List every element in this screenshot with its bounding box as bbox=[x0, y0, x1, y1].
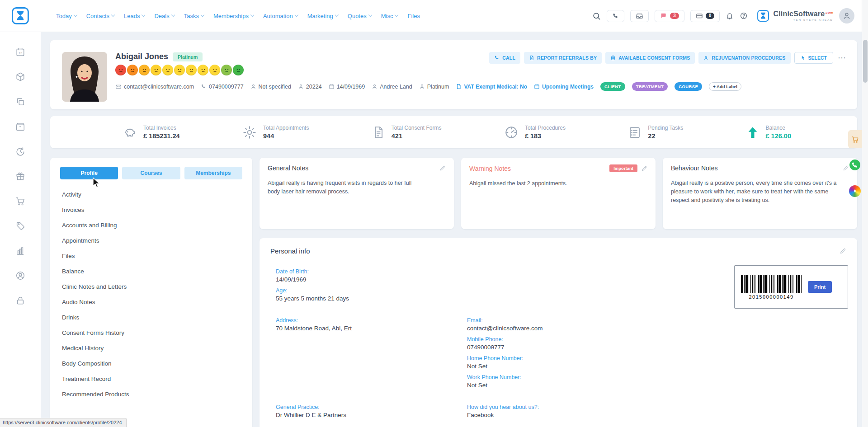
mood-emoji-2[interactable] bbox=[127, 65, 138, 75]
rejuvenation-procedures-button[interactable]: REJUVENATION PROCEDURES bbox=[698, 52, 790, 64]
app-logo[interactable] bbox=[0, 6, 41, 26]
calendar-icon[interactable]: 12 bbox=[15, 47, 25, 57]
panel-item-treatment-record[interactable]: Treatment Record bbox=[50, 371, 252, 386]
tab-profile[interactable]: Profile bbox=[60, 167, 118, 179]
client-name: Abigail Jones bbox=[115, 52, 168, 61]
help-icon[interactable] bbox=[740, 12, 748, 20]
client-contact-row: contact@clinicsoftware.com 07490009777 N… bbox=[115, 82, 741, 91]
mood-emoji-1[interactable] bbox=[115, 65, 126, 75]
panel-item-consent-forms-history[interactable]: Consent Forms History bbox=[50, 325, 252, 340]
general-notes-title: General Notes bbox=[268, 164, 308, 172]
panel-item-appointments[interactable]: Appointments bbox=[50, 233, 252, 248]
products-cube-icon[interactable] bbox=[15, 72, 25, 82]
panel-item-drinks[interactable]: Drinks bbox=[50, 310, 252, 325]
pointer-icon bbox=[801, 55, 806, 61]
panel-item-invoices[interactable]: Invoices bbox=[50, 202, 252, 217]
tab-courses[interactable]: Courses bbox=[122, 167, 180, 179]
mood-emoji-8[interactable] bbox=[198, 65, 208, 75]
vertical-scrollbar[interactable] bbox=[862, 0, 868, 427]
panel-item-audio-notes[interactable]: Audio Notes bbox=[50, 294, 252, 310]
report-referrals-button[interactable]: REPORT REFERRALS BY bbox=[524, 52, 602, 64]
phone-icon bbox=[612, 13, 619, 19]
mood-emoji-10[interactable] bbox=[221, 65, 232, 75]
payments-button[interactable]: 0 bbox=[690, 10, 720, 22]
menu-item-leads[interactable]: Leads bbox=[124, 13, 145, 19]
reports-chart-icon[interactable] bbox=[15, 246, 25, 256]
print-button[interactable]: Print bbox=[808, 281, 832, 293]
more-options-button[interactable] bbox=[837, 56, 847, 60]
panel-item-body-composition[interactable]: Body Composition bbox=[50, 356, 252, 371]
notifications-bell-icon[interactable] bbox=[726, 12, 734, 20]
label-course[interactable]: COURSE bbox=[675, 82, 702, 91]
mood-emoji-7[interactable] bbox=[186, 65, 197, 75]
chevron-down-icon bbox=[250, 13, 254, 17]
whatsapp-button[interactable] bbox=[849, 159, 861, 171]
floating-cart-button[interactable] bbox=[848, 130, 862, 148]
edit-pencil-icon[interactable] bbox=[439, 165, 446, 171]
select-button[interactable]: SELECT bbox=[794, 52, 833, 64]
cart-icon[interactable] bbox=[15, 196, 25, 206]
duplicate-copy-icon[interactable] bbox=[15, 97, 25, 107]
mood-emoji-6[interactable] bbox=[174, 65, 185, 75]
ai-assistant-button[interactable] bbox=[849, 185, 861, 197]
stat-total-appointments: Total Appointments944 bbox=[242, 125, 309, 140]
panel-item-recommended-products[interactable]: Recommended Products bbox=[50, 386, 252, 402]
menu-item-marketing[interactable]: Marketing bbox=[307, 13, 338, 19]
scrollbar-thumb[interactable] bbox=[863, 40, 868, 83]
lock-icon[interactable] bbox=[15, 296, 25, 305]
chat-count-badge: 3 bbox=[670, 13, 679, 19]
menu-item-memberships[interactable]: Memberships bbox=[213, 13, 254, 19]
account-icon[interactable] bbox=[15, 271, 25, 281]
upcoming-meetings-link[interactable]: Upcoming Meetings bbox=[534, 84, 594, 90]
client-photo[interactable] bbox=[62, 52, 107, 102]
mood-emoji-9[interactable] bbox=[209, 65, 220, 75]
menu-item-quotes[interactable]: Quotes bbox=[348, 13, 372, 19]
mood-emoji-11[interactable] bbox=[233, 65, 244, 75]
panel-item-files[interactable]: Files bbox=[50, 248, 252, 263]
brand-name: ClinicSoftware bbox=[773, 10, 825, 18]
menu-item-deals[interactable]: Deals bbox=[154, 13, 174, 19]
phone-icon bbox=[201, 84, 207, 89]
stock-box-icon[interactable] bbox=[15, 122, 25, 131]
client-email[interactable]: contact@clinicsoftware.com bbox=[115, 84, 194, 90]
menu-item-today[interactable]: Today bbox=[56, 13, 77, 19]
mood-emoji-4[interactable] bbox=[151, 65, 161, 75]
menu-item-contacts[interactable]: Contacts bbox=[86, 13, 114, 19]
panel-item-balance[interactable]: Balance bbox=[50, 263, 252, 279]
general-notes-body: Abigail really is having frequent visits… bbox=[268, 179, 425, 196]
vat-exempt-link[interactable]: VAT Exempt Medical: No bbox=[456, 84, 527, 90]
chevron-down-icon bbox=[171, 13, 175, 17]
client-phone[interactable]: 07490009777 bbox=[201, 84, 243, 90]
label-treatment[interactable]: TREATMENT bbox=[632, 82, 668, 91]
call-button[interactable]: CALL bbox=[489, 52, 520, 64]
menu-item-automation[interactable]: Automation bbox=[263, 13, 298, 19]
edit-pencil-icon[interactable] bbox=[641, 165, 647, 172]
inbox-button[interactable] bbox=[630, 10, 649, 22]
edit-pencil-icon[interactable] bbox=[840, 248, 846, 254]
top-navigation-bar: Today Contacts Leads Deals Tasks Members… bbox=[0, 0, 868, 32]
menu-item-files[interactable]: Files bbox=[407, 13, 420, 19]
edit-pencil-icon[interactable] bbox=[843, 165, 849, 171]
report-icon bbox=[529, 55, 534, 61]
panel-item-accounts-and-billing[interactable]: Accounts and Billing bbox=[50, 217, 252, 233]
search-icon[interactable] bbox=[592, 12, 601, 20]
label-client[interactable]: CLIENT bbox=[600, 82, 625, 91]
tab-memberships[interactable]: Memberships bbox=[184, 167, 242, 179]
dialer-button[interactable] bbox=[607, 10, 624, 22]
tags-icon[interactable] bbox=[15, 221, 25, 231]
available-consent-forms-button[interactable]: AVAILABLE CONSENT FORMS bbox=[605, 52, 695, 64]
client-section-panel: Profile Courses Memberships Activity Inv… bbox=[50, 158, 252, 427]
menu-item-misc[interactable]: Misc bbox=[381, 13, 398, 19]
menu-item-tasks[interactable]: Tasks bbox=[184, 13, 204, 19]
user-avatar[interactable] bbox=[839, 8, 854, 23]
chat-button[interactable]: 3 bbox=[655, 10, 684, 22]
add-label-button[interactable]: + Add Label bbox=[709, 82, 741, 91]
gift-icon[interactable] bbox=[15, 171, 25, 181]
mood-emoji-3[interactable] bbox=[139, 65, 150, 75]
panel-item-activity[interactable]: Activity bbox=[50, 187, 252, 202]
history-icon[interactable] bbox=[15, 146, 25, 156]
mood-emoji-5[interactable] bbox=[162, 65, 173, 75]
panel-item-clinic-notes-and-letters[interactable]: Clinic Notes and Letters bbox=[50, 279, 252, 294]
panel-item-medical-history[interactable]: Medical History bbox=[50, 340, 252, 356]
clinicsoftware-brand: ClinicSoftware.com TEN STEPS AHEAD bbox=[756, 9, 833, 23]
